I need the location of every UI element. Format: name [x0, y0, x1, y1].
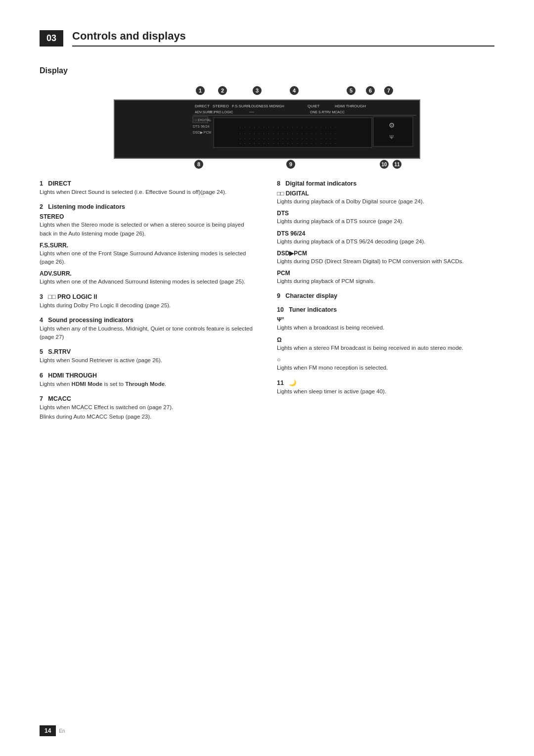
svg-text:11: 11	[394, 162, 400, 167]
svg-text:8: 8	[197, 161, 200, 167]
entry-11-sleep: 11 🌙 Lights when sleep timer is active (…	[277, 379, 494, 396]
svg-text:DTS 96/24: DTS 96/24	[193, 125, 210, 128]
svg-text:QUIET: QUIET	[308, 104, 320, 108]
entry-6-text: Lights when HDMI Mode is set to Through …	[40, 380, 257, 388]
entry-1-title: 1 DIRECT	[40, 180, 257, 187]
entry-2-fssurr: F.S.SURR. Lights when one of the Front S…	[40, 242, 257, 267]
chapter-number: 03	[40, 30, 63, 47]
entry-2-stereo: STEREO Lights when the Stereo mode is se…	[40, 213, 257, 238]
entry-10-stereo: Ω Lights when a stereo FM broadcast is b…	[277, 336, 494, 352]
entry-4-soundproc: 4 Sound processing indicators Lights whe…	[40, 317, 257, 342]
entry-11-text: Lights when sleep timer is active (page …	[277, 387, 494, 396]
entry-1-direct: 1 DIRECT Lights when Direct Sound is sel…	[40, 180, 257, 196]
svg-text:F.S.SURR: F.S.SURR	[232, 104, 250, 108]
callout-numbers-svg: 1 2 3 4 5 6 7	[114, 84, 420, 98]
svg-text:1: 1	[199, 88, 202, 94]
entry-8-dsdpcm-text: Lights during DSD (Direct Stream Digital…	[277, 257, 494, 266]
callout-numbers-below-svg: 8 9 10 11	[114, 159, 420, 170]
entry-8-dolbydigital: □□ DIGITAL Lights during playback of a D…	[277, 190, 494, 206]
entry-7-mcacc: 7 MCACC Lights when MCACC Effect is swit…	[40, 395, 257, 422]
entry-8-title: 8 Digital format indicators	[277, 180, 494, 187]
svg-text:9: 9	[289, 161, 292, 167]
svg-text:──: ──	[249, 110, 254, 114]
entry-8-dts9624: DTS 96/24 Lights during playback of a DT…	[277, 230, 494, 246]
entry-2-stereo-title: STEREO	[40, 213, 257, 220]
entry-10-title: 10 Tuner indicators	[277, 306, 494, 313]
svg-text:. . . . . . . . . . . . . . . : . . . . . . . . . . . . . . . . . . . . …	[239, 124, 336, 129]
entry-2-fssurr-title: F.S.SURR.	[40, 242, 257, 249]
entry-8-dts: DTS Lights during playback of a DTS sour…	[277, 210, 494, 226]
entry-9-title: 9 Character display	[277, 292, 494, 299]
entry-10-stereo-text: Lights when a stereo FM broadcast is bei…	[277, 344, 494, 352]
display-section-heading: Display	[40, 66, 494, 75]
entry-1-text: Lights when Direct Sound is selected (i.…	[40, 188, 257, 196]
entry-4-title: 4 Sound processing indicators	[40, 317, 257, 324]
svg-text:7: 7	[387, 88, 390, 94]
svg-text:DSD▶ PCM: DSD▶ PCM	[193, 131, 211, 134]
entry-4-text: Lights when any of the Loudness, Midnigh…	[40, 325, 257, 342]
svg-text:6: 6	[369, 88, 372, 94]
display-diagram: DIRECT STEREO F.S.SURR LOUDNESS MIDNIGH …	[114, 99, 420, 159]
entry-2-title: 2 Listening mode indicators	[40, 203, 257, 210]
right-column: 8 Digital format indicators □□ DIGITAL L…	[277, 180, 494, 428]
svg-text:. . . . . . . . . . . . . . . : . . . . . . . . . . . . . . . . . . . . …	[239, 141, 336, 145]
svg-text:. . . . . . . . . . . . . . . : . . . . . . . . . . . . . . . . . . . . …	[239, 131, 336, 135]
entry-2-listening: 2 Listening mode indicators STEREO Light…	[40, 203, 257, 286]
svg-text:4: 4	[293, 88, 296, 94]
entry-10-psi-title: Ψ°	[277, 316, 494, 323]
entry-5-srtrv: 5 S.RTRV Lights when Sound Retriever is …	[40, 348, 257, 365]
entry-8-dts9624-title: DTS 96/24	[277, 230, 494, 237]
chapter-title: Controls and displays	[72, 30, 494, 47]
content-columns: 1 DIRECT Lights when Direct Sound is sel…	[40, 180, 494, 428]
entry-10-mono-text: Lights when FM mono reception is selecte…	[277, 364, 494, 372]
svg-text:2: 2	[221, 88, 224, 94]
footer: 14 En	[40, 725, 65, 736]
entry-5-title: 5 S.RTRV	[40, 348, 257, 355]
entry-10-tuner: 10 Tuner indicators Ψ° Lights when a bro…	[277, 306, 494, 372]
entry-7-text1: Lights when MCACC Effect is switched on …	[40, 403, 257, 412]
entry-8-pcm-text: Lights during playback of PCM signals.	[277, 277, 494, 285]
svg-text:Ψ: Ψ	[390, 135, 394, 140]
svg-text:5: 5	[350, 88, 353, 94]
entry-7-text2: Blinks during Auto MCACC Setup (page 23)…	[40, 413, 257, 421]
footer-lang: En	[59, 728, 65, 734]
entry-10-psi: Ψ° Lights when a broadcast is being rece…	[277, 316, 494, 332]
svg-text:LOUDNESS MIDNIGH: LOUDNESS MIDNIGH	[249, 104, 284, 108]
entry-10-mono-title: ○	[277, 356, 494, 363]
entry-8-dts-text: Lights during playback of a DTS source (…	[277, 217, 494, 226]
svg-text:ONE  S.RTRV  MCACC: ONE S.RTRV MCACC	[310, 110, 345, 114]
entry-7-title: 7 MCACC	[40, 395, 257, 402]
page: 03 Controls and displays Display 1 2 3 4…	[0, 0, 534, 756]
entry-5-text: Lights when Sound Retriever is active (p…	[40, 356, 257, 365]
display-diagram-wrap: 1 2 3 4 5 6 7 DIRECT STEREO F.S.SURR LOU…	[114, 84, 420, 171]
svg-text:10: 10	[381, 162, 387, 167]
entry-2-stereo-text: Lights when the Stereo mode is selected …	[40, 221, 257, 238]
page-number: 14	[40, 725, 56, 736]
entry-10-mono: ○ Lights when FM mono reception is selec…	[277, 356, 494, 372]
svg-text:⚙: ⚙	[389, 121, 395, 129]
entry-8-digital: 8 Digital format indicators □□ DIGITAL L…	[277, 180, 494, 285]
entry-10-psi-text: Lights when a broadcast is being receive…	[277, 324, 494, 332]
chapter-header: 03 Controls and displays	[40, 30, 494, 47]
entry-8-dsdpcm-title: DSD▶PCM	[277, 250, 494, 257]
entry-8-dd-text: Lights during playback of a Dolby Digita…	[277, 197, 494, 206]
through-mode-bold: Through Mode	[125, 381, 165, 387]
entry-8-dsdpcm: DSD▶PCM Lights during DSD (Direct Stream…	[277, 250, 494, 266]
entry-6-hdmi: 6 HDMI THROUGH Lights when HDMI Mode is …	[40, 372, 257, 388]
entry-3-text: Lights during Dolby Pro Logic II decodin…	[40, 301, 257, 310]
entry-2-fssurr-text: Lights when one of the Front Stage Surro…	[40, 249, 257, 267]
left-column: 1 DIRECT Lights when Direct Sound is sel…	[40, 180, 257, 428]
entry-8-dts-title: DTS	[277, 210, 494, 217]
entry-3-title: 3 □□ PRO LOGIC II	[40, 293, 257, 300]
entry-3-prologic: 3 □□ PRO LOGIC II Lights during Dolby Pr…	[40, 293, 257, 310]
entry-10-stereo-title: Ω	[277, 336, 494, 343]
svg-text:. . . . . . . . . . . . . . . : . . . . . . . . . . . . . . . . . . . . …	[239, 136, 336, 140]
svg-text:STEREO: STEREO	[213, 104, 229, 108]
entry-8-dd-title: □□ DIGITAL	[277, 190, 494, 197]
entry-11-title: 11 🌙	[277, 379, 494, 386]
hdmi-mode-bold: HDMI Mode	[72, 381, 103, 387]
svg-text:DIRECT: DIRECT	[195, 104, 210, 108]
entry-9-chardisplay: 9 Character display	[277, 292, 494, 299]
svg-text:□□DIGITAL: □□DIGITAL	[194, 118, 211, 122]
svg-text:□□PRO LOGIC: □□PRO LOGIC	[210, 110, 233, 114]
